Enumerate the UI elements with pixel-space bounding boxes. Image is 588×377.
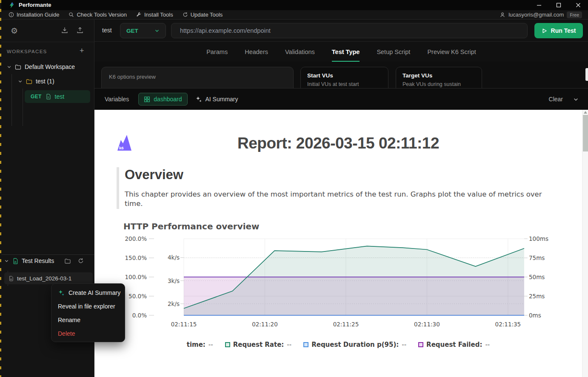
test-type-panel: K6 options preview Start VUs Initial VUs… xyxy=(94,62,588,89)
sidebar-item-default-workspace[interactable]: Default Workspace xyxy=(7,63,75,70)
sparkles-icon xyxy=(195,96,202,103)
tab-test-type[interactable]: Test Type xyxy=(332,49,360,62)
folder-icon xyxy=(15,64,21,70)
open-folder-icon[interactable] xyxy=(64,258,71,264)
performance-chart: 02:11:1502:11:2002:11:2502:11:3002:11:35… xyxy=(120,234,558,336)
account-area[interactable]: lucasyoris@gmail.com Free xyxy=(500,11,588,18)
svg-text:100ms: 100ms xyxy=(529,235,548,242)
context-menu: Create AI Summary Reveal in file explore… xyxy=(51,283,125,342)
legend-swatch-failed xyxy=(418,342,423,347)
svg-text:150.0%: 150.0% xyxy=(125,254,147,261)
panel-resize-handle[interactable] xyxy=(0,254,94,255)
menu-install-tools[interactable]: Install Tools xyxy=(136,11,173,18)
menu-update-tools[interactable]: Update Tools xyxy=(183,11,223,18)
export-upload-icon[interactable] xyxy=(76,26,84,34)
add-workspace-button[interactable]: + xyxy=(80,46,84,55)
maximize-button[interactable] xyxy=(549,0,568,10)
svg-text:02:11:15: 02:11:15 xyxy=(171,321,197,328)
request-tabs: Params Headers Validations Test Type Set… xyxy=(94,42,588,62)
run-test-button[interactable]: Run Test xyxy=(534,23,583,38)
chart-container: 02:11:1502:11:2002:11:2502:11:3002:11:35… xyxy=(120,234,558,336)
clear-control[interactable]: Clear xyxy=(549,96,588,103)
menu-check-tools-version[interactable]: Check Tools Version xyxy=(69,11,127,18)
close-button[interactable] xyxy=(568,0,588,10)
sidebar-item-test-folder[interactable]: test (1) xyxy=(18,78,54,85)
test-result-item[interactable]: test_Load_2026-03-1 xyxy=(4,272,93,284)
minimize-button[interactable] xyxy=(529,0,549,10)
results-toolbar: Variables dashboard AI Summary Clear xyxy=(94,89,588,110)
options-card-partial xyxy=(585,68,588,81)
legend-request-rate: Request Rate: -- xyxy=(225,341,291,348)
import-download-icon[interactable] xyxy=(61,26,69,34)
folder-open-icon xyxy=(26,79,32,84)
variables-tab[interactable]: Variables xyxy=(105,96,129,103)
menu-installation-guide[interactable]: Installation Guide xyxy=(9,11,59,18)
info-icon xyxy=(9,12,14,17)
svg-text:0ms: 0ms xyxy=(529,312,541,319)
wrench-icon xyxy=(136,12,142,17)
tree-guide-line xyxy=(11,74,12,126)
chevron-down-icon[interactable] xyxy=(7,65,11,69)
chevron-down-icon[interactable] xyxy=(18,79,23,84)
refresh-results-icon[interactable] xyxy=(78,258,84,264)
test-results-header[interactable]: Test Results xyxy=(4,257,84,264)
play-icon xyxy=(542,28,547,34)
refresh-icon xyxy=(183,12,188,17)
account-email: lucasyoris@gmail.com xyxy=(508,11,564,18)
k6-options-preview-box[interactable]: K6 options preview xyxy=(101,67,294,89)
sparkles-icon xyxy=(58,289,65,296)
tree-guide-line xyxy=(23,89,23,126)
results-file-icon xyxy=(12,258,18,264)
svg-text:50ms: 50ms xyxy=(529,274,545,280)
section-description: This chapter provides an overview of the… xyxy=(125,190,542,209)
request-bar: test GET Run Test xyxy=(94,20,588,42)
result-doc-icon xyxy=(9,276,14,281)
start-vus-card[interactable]: Start VUs Initial VUs at test start xyxy=(300,67,388,89)
context-menu-rename[interactable]: Rename xyxy=(51,313,125,327)
context-menu-create-ai-summary[interactable]: Create AI Summary xyxy=(51,286,125,300)
legend-swatch-rate xyxy=(225,342,230,347)
url-input[interactable] xyxy=(171,23,528,38)
svg-text:100.0%: 100.0% xyxy=(125,274,147,280)
report-title: Report: 2026-03-15 02:11:12 xyxy=(94,134,582,152)
context-menu-reveal-in-explorer[interactable]: Reveal in file explorer xyxy=(51,300,125,313)
window-controls xyxy=(529,0,588,10)
user-icon xyxy=(500,12,505,18)
svg-text:02:11:20: 02:11:20 xyxy=(252,321,278,328)
scrollbar-thumb[interactable] xyxy=(583,115,588,151)
dashboard-report-panel: k6 Report: 2026-03-15 02:11:12 Overview … xyxy=(94,110,588,377)
tab-headers[interactable]: Headers xyxy=(245,49,268,62)
target-vus-card[interactable]: Target VUs Peak VUs during sustain xyxy=(396,67,482,89)
context-menu-delete[interactable]: Delete xyxy=(51,327,125,340)
window-edge-stripe xyxy=(0,0,1,377)
search-icon xyxy=(69,12,74,17)
settings-gear-icon[interactable]: ⚙ xyxy=(11,26,18,35)
dashboard-tab[interactable]: dashboard xyxy=(138,93,187,106)
tab-preview-k6-script[interactable]: Preview K6 Script xyxy=(427,49,476,62)
svg-text:75ms: 75ms xyxy=(529,254,545,261)
workspaces-header: WORKSPACES xyxy=(7,49,47,54)
section-heading: Overview xyxy=(125,167,542,183)
sidebar-item-request-test[interactable]: GET test xyxy=(25,90,90,103)
svg-text:02:11:35: 02:11:35 xyxy=(495,321,521,328)
tab-setup-script[interactable]: Setup Script xyxy=(377,49,410,62)
sidebar-toolbar: ⚙ xyxy=(0,20,94,42)
menu-bar: Installation Guide Check Tools Version I… xyxy=(0,10,588,20)
tab-validations[interactable]: Validations xyxy=(285,49,315,62)
dashboard-grid-icon xyxy=(144,96,150,103)
chart-title: HTTP Performance overview xyxy=(123,221,260,231)
scrollbar-up-arrow-icon[interactable] xyxy=(584,111,587,114)
legend-request-duration: Request Duration p(95): -- xyxy=(303,341,406,348)
svg-text:50.0%: 50.0% xyxy=(128,293,147,300)
report-scrollbar[interactable] xyxy=(582,110,588,377)
legend-time: time: -- xyxy=(187,341,213,348)
app-logo-bolt-icon xyxy=(9,2,15,9)
request-method-badge: GET xyxy=(31,94,42,100)
chevron-down-icon[interactable] xyxy=(4,259,9,263)
svg-text:02:11:25: 02:11:25 xyxy=(333,321,359,328)
method-select[interactable]: GET xyxy=(120,23,166,38)
request-tab-name: test xyxy=(102,27,112,34)
ai-summary-tab[interactable]: AI Summary xyxy=(195,96,238,103)
chevron-down-icon[interactable] xyxy=(573,97,579,102)
tab-params[interactable]: Params xyxy=(206,49,228,62)
